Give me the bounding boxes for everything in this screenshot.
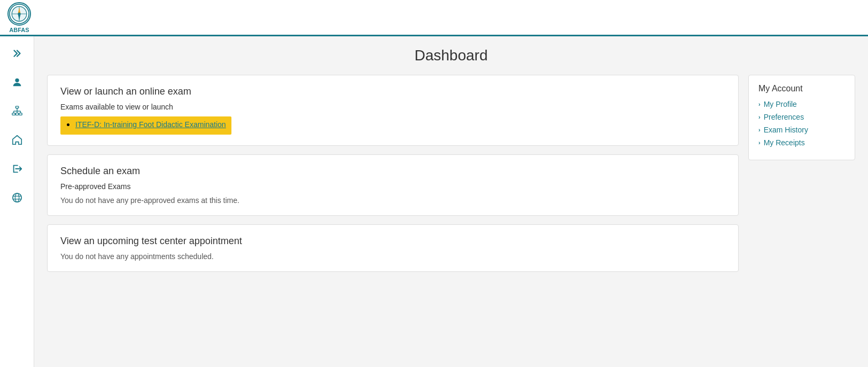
preferences-link[interactable]: › Preferences [758, 113, 845, 121]
appointment-title: View an upcoming test center appointment [60, 236, 725, 247]
my-receipts-link[interactable]: › My Receipts [758, 138, 845, 147]
online-exam-title: View or launch an online exam [60, 86, 725, 97]
account-card: My Account › My Profile › Preferences › … [748, 75, 855, 160]
my-profile-link[interactable]: › My Profile [758, 100, 845, 108]
main-column: View or launch an online exam Exams avai… [47, 75, 739, 272]
svg-rect-9 [12, 113, 15, 115]
exam-link[interactable]: ITEF-D: In-training Foot Didactic Examin… [75, 120, 226, 129]
appointment-empty: You do not have any appointments schedul… [60, 252, 725, 261]
exam-history-label: Exam History [764, 126, 808, 134]
exam-highlight: ITEF-D: In-training Foot Didactic Examin… [60, 116, 231, 135]
online-exam-card: View or launch an online exam Exams avai… [47, 75, 739, 146]
list-item: ITEF-D: In-training Foot Didactic Examin… [75, 120, 226, 129]
main-layout: Dashboard View or launch an online exam … [0, 36, 868, 367]
top-header: ABFAS [0, 0, 868, 36]
online-exam-subtitle: Exams available to view or launch [60, 103, 725, 111]
globe-icon[interactable] [5, 186, 29, 209]
exam-history-link[interactable]: › Exam History [758, 126, 845, 134]
schedule-exam-subtitle: Pre-approved Exams [60, 182, 725, 191]
account-title: My Account [758, 84, 845, 93]
chevron-icon-4: › [758, 139, 761, 146]
chevron-icon-2: › [758, 114, 761, 120]
home-icon[interactable] [5, 128, 29, 152]
svg-point-6 [18, 12, 20, 15]
logo-circle [7, 2, 31, 26]
exam-list: ITEF-D: In-training Foot Didactic Examin… [66, 120, 226, 129]
svg-point-18 [15, 193, 19, 202]
sidebar [0, 36, 34, 367]
my-profile-label: My Profile [764, 100, 797, 108]
user-icon[interactable] [5, 71, 29, 94]
svg-rect-11 [19, 113, 21, 115]
schedule-exam-empty: You do not have any pre-approved exams a… [60, 196, 725, 205]
logo-text: ABFAS [9, 27, 29, 33]
logout-icon[interactable] [5, 157, 29, 181]
page-title: Dashboard [47, 47, 855, 64]
logo-area[interactable]: ABFAS [7, 2, 31, 33]
svg-rect-10 [15, 113, 19, 115]
network-icon[interactable] [5, 99, 29, 123]
appointment-card: View an upcoming test center appointment… [47, 224, 739, 272]
expand-icon[interactable] [5, 42, 29, 65]
svg-point-17 [12, 193, 21, 202]
preferences-label: Preferences [764, 113, 804, 121]
schedule-exam-card: Schedule an exam Pre-approved Exams You … [47, 154, 739, 216]
schedule-exam-title: Schedule an exam [60, 166, 725, 177]
chevron-icon: › [758, 101, 761, 107]
content-columns: View or launch an online exam Exams avai… [47, 75, 855, 272]
svg-rect-8 [15, 106, 19, 108]
chevron-icon-3: › [758, 127, 761, 133]
content-area: Dashboard View or launch an online exam … [34, 36, 868, 367]
svg-point-7 [15, 79, 19, 82]
my-receipts-label: My Receipts [764, 138, 805, 147]
